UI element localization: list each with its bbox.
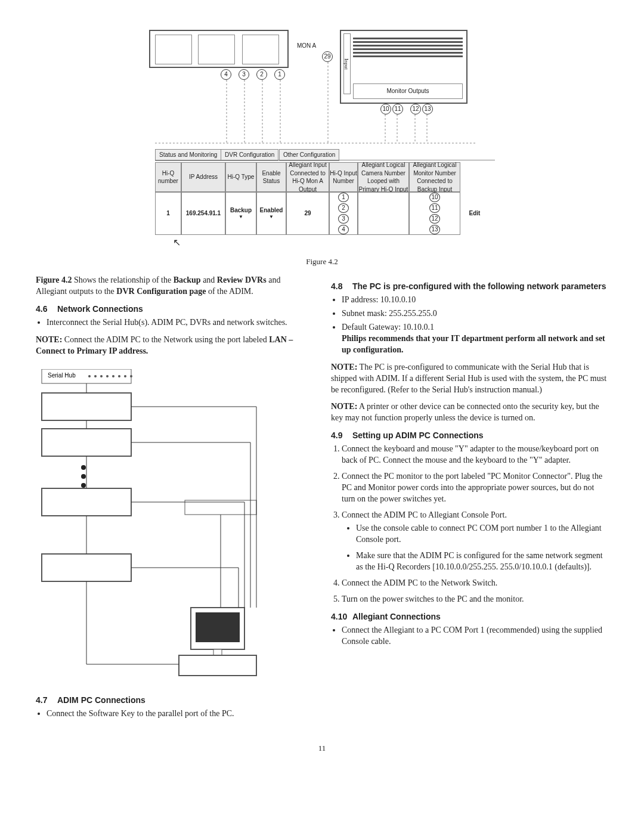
svg-point-16 bbox=[118, 375, 120, 377]
svg-rect-19 bbox=[42, 393, 131, 420]
dvr-unit-icon bbox=[149, 30, 289, 68]
figure-diagram: MON A 29 4 3 2 1 Input Monitor Outputs 1… bbox=[143, 24, 501, 250]
intro-text: Shows the relationship of the bbox=[72, 275, 173, 284]
heading-num: 4.6 bbox=[36, 304, 57, 315]
tab-dvr-configuration[interactable]: DVR Configuration bbox=[221, 149, 278, 161]
chevron-down-icon: ▼ bbox=[239, 214, 243, 221]
backup-13-badge: 13 bbox=[429, 225, 440, 234]
note-4-6: NOTE: Connect the ADIM PC to the Network… bbox=[36, 335, 313, 357]
list-item: Use the console cable to connect PC COM … bbox=[356, 523, 608, 546]
svg-rect-20 bbox=[42, 429, 131, 456]
heading-title: Network Connections bbox=[57, 304, 143, 314]
cell-allegiant-input: 29 bbox=[286, 192, 329, 235]
edit-button[interactable]: Edit bbox=[460, 192, 489, 235]
heading-title: Setting up ADIM PC Connections bbox=[352, 431, 484, 440]
svg-point-25 bbox=[81, 483, 86, 488]
cell-logical-monitor: 10 11 12 13 bbox=[409, 192, 460, 235]
svg-point-17 bbox=[124, 375, 126, 377]
header-hiq-input-number: Hi-Q Input Number bbox=[329, 162, 358, 192]
port-3-badge: 3 bbox=[239, 69, 249, 80]
header-logical-monitor: Allegiant Logical Monitor Number Connect… bbox=[409, 162, 460, 192]
tab-status-monitoring[interactable]: Status and Monitoring bbox=[155, 149, 221, 161]
out-10-badge: 10 bbox=[380, 104, 391, 114]
svg-point-13 bbox=[100, 375, 103, 377]
intro-text: and bbox=[201, 275, 217, 284]
svg-point-15 bbox=[112, 375, 114, 377]
list-4-7: Connect the Software Key to the parallel… bbox=[47, 708, 313, 720]
body-columns: Figure 4.2 Shows the relationship of the… bbox=[36, 275, 608, 725]
mon-label: MON A bbox=[297, 42, 316, 50]
svg-rect-22 bbox=[42, 554, 131, 581]
intro-dvrconfig: DVR Configuration page bbox=[116, 287, 206, 296]
list-4-6: Interconnect the Serial Hub(s). ADIM PC,… bbox=[47, 317, 313, 329]
svg-rect-26 bbox=[185, 500, 256, 515]
note-text: A printer or other device can be connect… bbox=[331, 402, 599, 422]
header-hiq-number: Hi-Q number bbox=[155, 162, 181, 192]
svg-point-18 bbox=[130, 375, 132, 377]
note-4-8b: NOTE: A printer or other device can be c… bbox=[331, 401, 608, 424]
left-column: Figure 4.2 Shows the relationship of the… bbox=[36, 275, 313, 725]
intro-paragraph: Figure 4.2 Shows the relationship of the… bbox=[36, 275, 313, 298]
figure-caption: Figure 4.2 bbox=[36, 256, 608, 267]
heading-title: The PC is pre-configured with the follow… bbox=[352, 281, 606, 291]
heading-num: 4.7 bbox=[36, 695, 57, 706]
backup-12-badge: 12 bbox=[429, 214, 440, 224]
header-allegiant-input: Allegiant Input Connected to Hi-Q Mon A … bbox=[286, 162, 329, 192]
svg-rect-30 bbox=[179, 655, 256, 676]
cell-enable-status-value: Enabled bbox=[260, 206, 283, 215]
input-1-badge: 1 bbox=[338, 193, 349, 202]
input-2-badge: 2 bbox=[338, 203, 349, 213]
cell-ip-address: 169.254.91.1 bbox=[181, 192, 225, 235]
cell-hiq-input-number: 1 2 3 4 bbox=[329, 192, 358, 235]
heading-title: Allegiant Connections bbox=[352, 612, 441, 621]
list-item: Connect the ADIM PC to Allegiant Console… bbox=[342, 510, 608, 573]
monitor-outputs-label: Monitor Outputs bbox=[353, 83, 463, 99]
tab-other-configuration[interactable]: Other Configuration bbox=[279, 149, 339, 161]
out-12-badge: 12 bbox=[410, 104, 421, 114]
svg-point-11 bbox=[88, 375, 91, 377]
intro-backup: Backup bbox=[174, 275, 201, 284]
list-item: Subnet mask: 255.255.255.0 bbox=[342, 308, 608, 320]
note-label: NOTE: bbox=[36, 335, 62, 344]
header-enable-status: Enable Status bbox=[256, 162, 286, 192]
list-item: Connect the Allegiant to a PC COM Port 1… bbox=[342, 625, 608, 648]
backup-10-badge: 10 bbox=[429, 193, 440, 202]
note-text: Connect the ADIM PC to the Network using… bbox=[62, 335, 269, 344]
recommendation-bold: Philips recommends that your IT departme… bbox=[342, 334, 605, 354]
page-number: 11 bbox=[36, 743, 608, 754]
list-item: Make sure that the ADIM PC is configured… bbox=[356, 550, 608, 573]
port-1-badge: 1 bbox=[274, 69, 285, 80]
heading-4-8: 4.8The PC is pre-configured with the fol… bbox=[331, 281, 608, 292]
heading-num: 4.10 bbox=[331, 611, 352, 623]
heading-4-9: 4.9Setting up ADIM PC Connections bbox=[331, 430, 608, 441]
list-4-10: Connect the Allegiant to a PC COM Port 1… bbox=[342, 625, 608, 648]
mon-number-badge: 29 bbox=[322, 51, 333, 62]
note-text: The PC is pre-configured to communicate … bbox=[331, 363, 606, 394]
config-table-row: 1 169.254.91.1 Backup ▼ Enabled ▼ 29 1 2… bbox=[155, 192, 489, 235]
note-label: NOTE: bbox=[331, 363, 357, 371]
input-label: Input bbox=[343, 33, 351, 94]
input-4-badge: 4 bbox=[338, 225, 349, 234]
chevron-down-icon: ▼ bbox=[269, 214, 274, 221]
list-item: Connect the PC monitor to the port label… bbox=[342, 471, 608, 505]
port-4-badge: 4 bbox=[221, 69, 231, 80]
cell-hiq-type[interactable]: Backup ▼ bbox=[225, 192, 256, 235]
allegiant-unit-icon: Input Monitor Outputs bbox=[340, 30, 467, 104]
right-column: 4.8The PC is pre-configured with the fol… bbox=[331, 275, 608, 725]
list-item: Connect the ADIM PC to the Network Switc… bbox=[342, 578, 608, 589]
heading-title: ADIM PC Connections bbox=[57, 695, 145, 705]
list-item: Turn on the power switches to the PC and… bbox=[342, 594, 608, 605]
list-item: Connect the Software Key to the parallel… bbox=[47, 708, 313, 720]
cell-logical-camera bbox=[358, 192, 409, 235]
svg-point-14 bbox=[106, 375, 109, 377]
list-4-9: Connect the keyboard and mouse "Y" adapt… bbox=[342, 444, 608, 605]
port-2-badge: 2 bbox=[256, 69, 267, 80]
serial-hub-label: Serial Hub bbox=[48, 372, 76, 379]
backup-11-badge: 11 bbox=[429, 203, 440, 213]
out-13-badge: 13 bbox=[422, 104, 433, 114]
cell-enable-status[interactable]: Enabled ▼ bbox=[256, 192, 286, 235]
list-item-text: Default Gateway: 10.10.0.1 bbox=[342, 323, 434, 332]
list-item: Connect the keyboard and mouse "Y" adapt… bbox=[342, 444, 608, 466]
header-logical-camera: Allegiant Logical Camera Number Looped w… bbox=[358, 162, 409, 192]
note-label: NOTE: bbox=[331, 402, 357, 411]
